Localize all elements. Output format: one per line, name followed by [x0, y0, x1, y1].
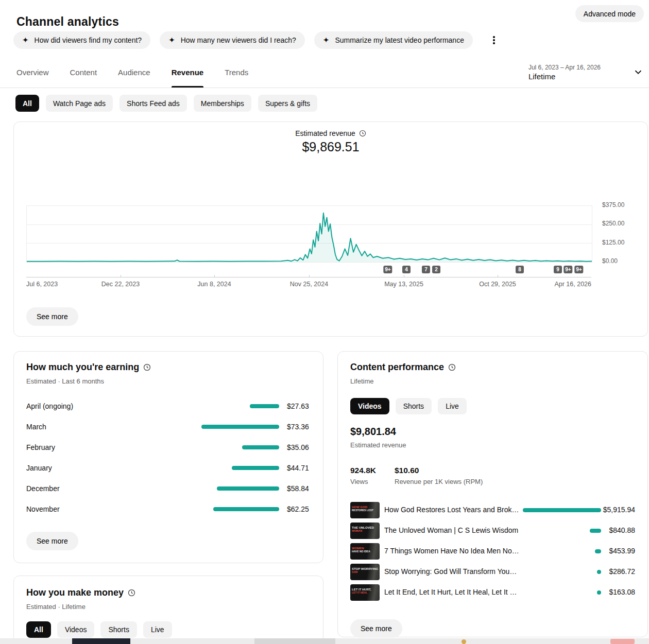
earning-month-label: November [26, 505, 60, 513]
earning-bar [242, 445, 279, 449]
video-revenue: $453.99 [594, 547, 635, 555]
filter-shorts-feed-ads[interactable]: Shorts Feed ads [119, 95, 187, 112]
earning-row[interactable]: February $35.06 [14, 437, 324, 458]
toggle-videos[interactable]: Videos [57, 621, 95, 638]
video-bar [523, 508, 601, 512]
video-title: The Unloved Woman | C S Lewis Wisdom [384, 526, 518, 534]
chart-count-badge[interactable]: 4 [402, 266, 411, 273]
y-axis-label: $250.00 [602, 220, 638, 227]
how-much-earning-card: How much you're earning Estimated · Last… [13, 351, 323, 563]
filter-supers-gifts[interactable]: Supers & gifts [258, 95, 317, 112]
date-range-selector[interactable]: Jul 6, 2023 – Apr 16, 2026 Lifetime [528, 57, 644, 88]
content-revenue-total: $9,801.84 [350, 426, 396, 438]
revenue-filter-row: All Watch Page ads Shorts Feed ads Membe… [15, 95, 317, 112]
content-card-title: Content performance [350, 362, 444, 373]
more-options-kebab-icon[interactable] [489, 34, 499, 46]
clock-icon [448, 363, 456, 371]
chart-count-badge[interactable]: 9 [554, 266, 562, 273]
video-row[interactable]: WOMENHAVE NO IDEA 7 Things Women Have No… [338, 541, 648, 562]
earning-row[interactable]: December $58.84 [14, 478, 324, 499]
x-axis-label: Nov 25, 2024 [290, 281, 328, 288]
chart-count-badge[interactable]: 9+ [383, 266, 392, 273]
earning-month-label: April (ongoing) [26, 402, 73, 410]
y-axis-label: $0.00 [602, 257, 638, 265]
content-see-more-button[interactable]: See more [350, 619, 402, 638]
content-performance-card: Content performance Lifetime Videos Shor… [337, 351, 648, 637]
suggestion-chip-label: How did viewers find my content? [35, 36, 142, 44]
filter-all[interactable]: All [15, 95, 39, 112]
earning-month-label: December [26, 484, 60, 493]
earning-bar [232, 466, 279, 470]
video-title: How God Restores Lost Years and Brok… [384, 506, 519, 514]
revenue-line-plot[interactable] [26, 205, 592, 263]
toggle-live[interactable]: Live [143, 621, 172, 638]
earning-value: $27.63 [287, 402, 309, 410]
chart-total-value: $9,869.51 [14, 140, 647, 154]
estimated-revenue-chart-card: Estimated revenue $9,869.51 9+472899+9+ … [13, 121, 648, 337]
clock-icon [128, 589, 135, 597]
tab-overview[interactable]: Overview [16, 57, 49, 88]
suggestion-chips-row: ✦ How did viewers find my content? ✦ How… [13, 31, 499, 49]
video-revenue: $286.72 [594, 567, 635, 576]
tab-audience[interactable]: Audience [118, 57, 150, 88]
x-axis-label: Oct 29, 2025 [479, 281, 516, 288]
chart-count-badge[interactable]: 8 [516, 266, 524, 273]
earning-row[interactable]: January $44.71 [14, 458, 324, 478]
video-revenue: $840.88 [594, 526, 635, 534]
earning-value: $58.84 [287, 484, 309, 493]
partial-pink-segment [610, 639, 635, 644]
tab-content[interactable]: Content [70, 57, 97, 88]
earning-row[interactable]: March $73.36 [14, 416, 324, 437]
video-thumbnail: THE UNLOVEDWOMAN [350, 523, 380, 539]
chart-badges-row: 9+472899+9+ [26, 266, 591, 273]
partial-coin-icon [462, 639, 466, 644]
advanced-mode-button[interactable]: Advanced mode [575, 5, 644, 22]
chart-count-badge[interactable]: 2 [432, 266, 440, 273]
content-toggle-row: Videos Shorts Live [350, 398, 467, 414]
video-row[interactable]: STOP WORRYINGGOD Stop Worrying: God Will… [338, 562, 648, 582]
sparkle-icon: ✦ [323, 36, 330, 45]
toggle-shorts[interactable]: Shorts [396, 398, 432, 414]
earning-rows: April (ongoing) $27.63 March $73.36 Febr… [14, 396, 324, 519]
suggestion-chip-video-performance[interactable]: ✦ Summarize my latest video performance [314, 31, 473, 49]
y-axis-label: $375.00 [602, 201, 638, 208]
chart-count-badge[interactable]: 9+ [563, 266, 572, 273]
chart-count-badge[interactable]: 7 [422, 266, 430, 273]
video-thumbnail: LET IT HURT,LET IT HEAL [350, 584, 380, 601]
how-you-make-money-card: How you make money Estimated · Lifetime … [13, 576, 323, 644]
date-range-text: Jul 6, 2023 – Apr 16, 2026 [528, 64, 601, 71]
chart-count-badge[interactable]: 9+ [574, 266, 583, 273]
filter-memberships[interactable]: Memberships [194, 95, 251, 112]
clock-icon [143, 363, 151, 371]
video-row[interactable]: LET IT HURT,LET IT HEAL Let It End, Let … [338, 582, 648, 603]
x-axis-label: May 13, 2025 [384, 281, 423, 288]
toggle-all[interactable]: All [26, 621, 51, 638]
earning-bar [213, 507, 279, 511]
views-label: Views [350, 478, 376, 485]
analytics-tabbar: Overview Content Audience Revenue Trends… [0, 57, 649, 88]
tab-revenue[interactable]: Revenue [172, 57, 204, 88]
video-row[interactable]: THE UNLOVEDWOMAN The Unloved Woman | C S… [338, 520, 648, 541]
tab-trends[interactable]: Trends [225, 57, 248, 88]
x-axis-label: Dec 22, 2023 [101, 281, 140, 288]
earning-see-more-button[interactable]: See more [26, 532, 78, 550]
suggestion-chip-label: How many new viewers did I reach? [181, 36, 296, 44]
suggestion-chip-new-viewers[interactable]: ✦ How many new viewers did I reach? [160, 31, 305, 49]
views-value: 924.8K [350, 466, 376, 475]
toggle-live[interactable]: Live [438, 398, 467, 414]
suggestion-chip-label: Summarize my latest video performance [335, 36, 464, 44]
earning-row[interactable]: November $62.25 [14, 499, 324, 519]
filter-watch-page-ads[interactable]: Watch Page ads [46, 95, 113, 112]
x-axis-label: Jul 6, 2023 [26, 281, 58, 288]
toggle-videos[interactable]: Videos [350, 398, 389, 414]
suggestion-chip-find-content[interactable]: ✦ How did viewers find my content? [13, 31, 150, 49]
video-row[interactable]: HOW GODRESTORES LOST How God Restores Lo… [338, 500, 648, 520]
content-card-subtitle: Lifetime [350, 377, 374, 385]
video-revenue: $5,915.94 [594, 506, 635, 514]
earning-card-subtitle: Estimated · Last 6 months [26, 377, 104, 385]
earning-row[interactable]: April (ongoing) $27.63 [14, 396, 324, 416]
toggle-shorts[interactable]: Shorts [100, 621, 136, 638]
x-axis-line [26, 277, 591, 277]
video-title: Let It End, Let It Hurt, Let It Heal, Le… [384, 588, 517, 596]
chart-see-more-button[interactable]: See more [26, 307, 78, 326]
